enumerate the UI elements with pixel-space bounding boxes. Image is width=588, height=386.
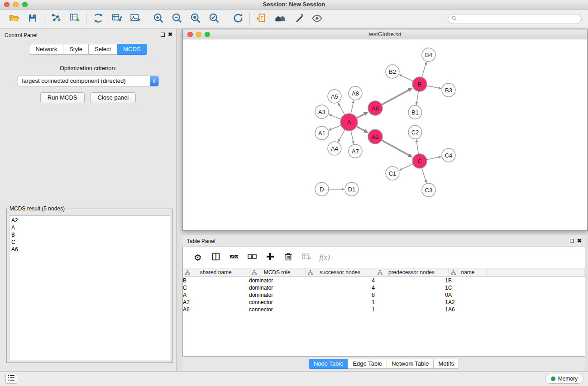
search-input[interactable] (459, 15, 578, 23)
graph-edge-A6-B[interactable] (382, 90, 409, 105)
copy-style-button[interactable] (252, 11, 271, 27)
table-settings-button[interactable]: ⚙ (192, 252, 204, 263)
column-type-icon (378, 270, 382, 276)
toolbar-separator (86, 13, 86, 25)
function-builder-button[interactable]: f(x) (319, 252, 330, 263)
graph-edge-C-C1[interactable] (402, 164, 413, 169)
zoom-fit-button[interactable] (186, 11, 205, 27)
optimization-criterion-label: Optimization criterion: (0, 65, 176, 71)
graph-edge-B-B1[interactable] (417, 91, 419, 102)
column-header-successor-nodes[interactable]: successor nodes (305, 268, 375, 277)
zoom-selected-icon (208, 12, 220, 26)
mcds-result-item[interactable]: A2 (11, 217, 168, 224)
network-close-button[interactable] (187, 32, 193, 37)
dropdown-stepper-icon: ▲▼ (150, 76, 158, 86)
add-column-button[interactable] (264, 252, 276, 263)
graph-edge-B-B4[interactable] (422, 64, 426, 77)
graph-edge-B-B3[interactable] (427, 86, 439, 88)
mcds-result-item[interactable]: C (11, 238, 168, 246)
zoom-selected-button[interactable] (205, 11, 224, 27)
tab-select[interactable]: Select (89, 44, 117, 55)
graph-edge-C-C2[interactable] (416, 142, 418, 154)
table-row[interactable]: A2connector11A2 (183, 299, 585, 306)
column-header-mcds-role[interactable]: MCDS role (249, 268, 305, 277)
import-table-icon (69, 12, 81, 26)
network-canvas[interactable]: AA6A2BCA5A8A3A1A4A7B2B4B3B1C2C1C4C3DD1 (183, 39, 587, 230)
export-image-button[interactable] (126, 11, 144, 27)
memory-button[interactable]: Memory (545, 374, 583, 384)
graph-edge-A-A6[interactable] (357, 114, 364, 118)
tab-node-table[interactable]: Node Table (309, 359, 349, 369)
search-box[interactable] (448, 14, 582, 24)
graph-edge-A2-C[interactable] (382, 140, 409, 155)
delete-table-button[interactable] (301, 252, 312, 263)
zoom-in-button[interactable] (149, 11, 168, 27)
close-table-panel-icon[interactable]: ✖ (577, 238, 582, 243)
import-table-file-button[interactable] (65, 11, 84, 27)
close-window-button[interactable] (4, 2, 10, 7)
import-network-icon (50, 12, 62, 26)
graph-edge-B-B2[interactable] (402, 76, 413, 81)
deselect-all-columns-button[interactable] (246, 252, 258, 263)
graph-node-label-A5: A5 (331, 93, 338, 100)
tab-network-table[interactable]: Network Table (387, 359, 434, 369)
float-table-panel-icon[interactable] (570, 239, 574, 243)
graph-edge-A-A5[interactable] (339, 105, 345, 114)
houses-icon (274, 12, 286, 26)
table-cell: 1 (305, 299, 375, 306)
optimization-criterion-dropdown[interactable]: largest connected component (directed) ▲… (18, 76, 159, 86)
close-panel-icon[interactable]: ✖ (168, 32, 172, 37)
mcds-result-item[interactable]: B (11, 231, 168, 238)
toolbar-separator (44, 13, 44, 25)
memory-label: Memory (558, 376, 578, 382)
graph-edge-A-A7[interactable] (351, 131, 353, 142)
table-row[interactable]: Bdominator41B (183, 277, 585, 284)
network-window-titlebar[interactable]: testGlobe.txt (183, 29, 587, 39)
graph-edge-C-C3[interactable] (422, 168, 426, 181)
show-columns-button[interactable] (210, 252, 222, 263)
apply-style-button[interactable] (289, 11, 308, 27)
close-panel-button[interactable]: Close panel (91, 92, 136, 103)
graph-edge-A-A2[interactable] (357, 126, 365, 131)
select-all-columns-button[interactable] (228, 252, 240, 263)
table-cell: C (183, 284, 249, 291)
minimize-window-button[interactable] (13, 2, 19, 7)
show-hide-button[interactable] (308, 11, 326, 27)
column-header-name[interactable]: name (448, 268, 488, 277)
new-network-button[interactable] (89, 11, 107, 27)
dropdown-selected-value: largest connected component (directed) (22, 77, 126, 84)
tab-style[interactable]: Style (63, 44, 89, 55)
open-session-button[interactable] (5, 11, 23, 27)
table-row[interactable]: Adominator80A (183, 291, 585, 299)
table-row[interactable]: A6connector11A6 (183, 306, 585, 313)
column-header-predecessor-nodes[interactable]: predecessor nodes (375, 268, 448, 277)
new-network-table-button[interactable] (107, 11, 126, 27)
import-network-file-button[interactable] (47, 11, 65, 27)
table-row[interactable]: Cdominator41C (183, 284, 585, 291)
run-mcds-button[interactable]: Run MCDS (40, 92, 85, 103)
tab-network[interactable]: Network (29, 44, 63, 55)
network-zoom-button[interactable] (205, 32, 210, 37)
mcds-result-item[interactable]: A6 (11, 246, 168, 253)
column-header-shared-name[interactable]: shared name (183, 268, 249, 277)
mcds-result-item[interactable]: A (11, 224, 168, 231)
mcds-result-list[interactable]: A2ABCA6 (9, 215, 170, 360)
home-button[interactable] (271, 11, 289, 27)
graph-edge-A-A4[interactable] (339, 130, 345, 140)
delete-column-button[interactable] (282, 252, 294, 263)
network-canvas-svg[interactable]: AA6A2BCA5A8A3A1A4A7B2B4B3B1C2C1C4C3DD1 (183, 39, 587, 230)
tab-edge-table[interactable]: Edge Table (348, 359, 387, 369)
zoom-out-button[interactable] (168, 11, 186, 27)
network-minimize-button[interactable] (196, 32, 201, 37)
graph-edge-A-A8[interactable] (351, 103, 353, 114)
graph-edge-A-A3[interactable] (331, 115, 341, 119)
graph-edge-C-C4[interactable] (427, 157, 439, 159)
save-session-button[interactable] (23, 11, 42, 27)
tab-motifs[interactable]: Motifs (433, 359, 459, 369)
tab-mcds[interactable]: MCDS (117, 44, 147, 55)
float-panel-icon[interactable] (161, 33, 165, 37)
refresh-view-button[interactable] (229, 11, 247, 27)
zoom-window-button[interactable] (22, 2, 28, 7)
graph-edge-A-A1[interactable] (331, 125, 341, 129)
task-history-button[interactable] (5, 374, 17, 384)
